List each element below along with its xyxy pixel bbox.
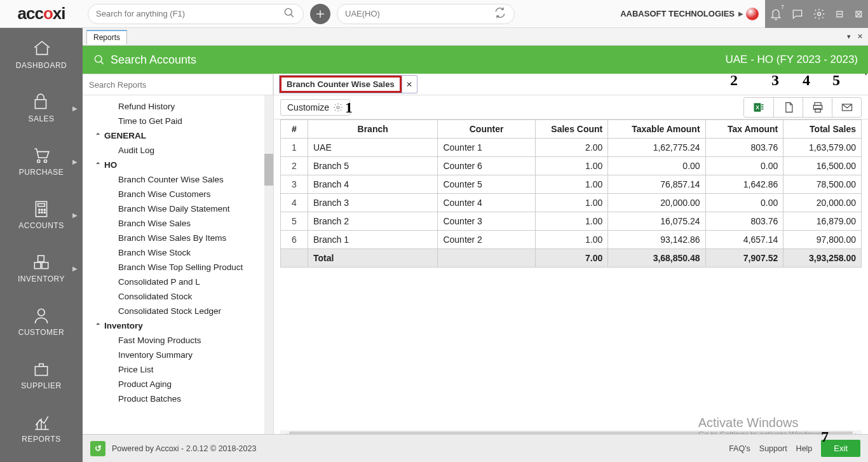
faqs-link[interactable]: FAQ's xyxy=(729,444,750,453)
table-total-row: Total7.003,68,850.487,907.523,93,258.00 xyxy=(281,249,862,268)
tree-item[interactable]: Inventory Summary xyxy=(83,348,273,362)
reports-tree-search[interactable] xyxy=(83,74,273,95)
table-row[interactable]: 3Branch 4Counter 51.0076,857.141,642.867… xyxy=(281,175,862,194)
col-branch[interactable]: Branch xyxy=(308,120,437,139)
tree-scroll-thumb[interactable] xyxy=(264,154,273,186)
tree-item[interactable]: Time to Get Paid xyxy=(83,114,273,128)
help-link[interactable]: Help xyxy=(796,444,813,453)
tree-item[interactable]: Refund History xyxy=(83,99,273,114)
col-counter[interactable]: Counter xyxy=(438,120,535,139)
customize-button[interactable]: Customize xyxy=(280,99,350,116)
more-menu-icon[interactable]: ▾ xyxy=(864,74,868,77)
app-logo: accoxi xyxy=(0,0,83,28)
sidebar-item-inventory[interactable]: INVENTORY▶ xyxy=(0,241,83,295)
annotation-3: 3 xyxy=(771,74,779,89)
table-row[interactable]: 6Branch 1Counter 21.0093,142.864,657.149… xyxy=(281,231,862,249)
sidebar-item-sales[interactable]: SALES▶ xyxy=(0,81,83,135)
sidebar-item-purchase[interactable]: PURCHASE▶ xyxy=(0,135,83,188)
tree-item[interactable]: Audit Log xyxy=(83,143,273,158)
svg-rect-27 xyxy=(761,106,763,107)
col-taxable[interactable]: Taxable Amount xyxy=(608,120,705,139)
tree-item[interactable]: Branch Wise Daily Statement xyxy=(83,201,273,216)
topbar-actions: 7 xyxy=(765,0,830,28)
tree-item[interactable]: Consolidated P and L xyxy=(83,275,273,289)
quick-add-button[interactable] xyxy=(310,4,330,24)
tree-item[interactable]: Branch Wise Stock xyxy=(83,245,273,260)
global-search-input[interactable] xyxy=(96,9,274,18)
annotation-4: 4 xyxy=(803,74,810,89)
export-excel-button[interactable]: X xyxy=(744,98,773,117)
topbar: accoxi UAE(HO) AABASOFT TECHNOLOGIES ▶ 7… xyxy=(0,0,868,28)
tree-item[interactable]: Branch Wise Top Selling Product xyxy=(83,260,273,275)
tab-reports[interactable]: Reports xyxy=(86,30,127,44)
reports-tree-search-input[interactable] xyxy=(83,74,273,95)
notifications-badge: 7 xyxy=(781,4,784,10)
tree-item[interactable]: Branch Wise Sales By Items xyxy=(83,231,273,245)
report-tab-close[interactable]: ✕ xyxy=(402,76,417,93)
minimize-button[interactable]: ⊟ xyxy=(830,0,849,28)
col-index[interactable]: # xyxy=(281,120,308,139)
col-count[interactable]: Sales Count xyxy=(535,120,608,139)
report-tab[interactable]: Branch Counter Wise Sales xyxy=(280,76,402,93)
chevron-up-icon: ⌃ xyxy=(95,161,100,168)
sidebar-item-accounts[interactable]: ACCOUNTS▶ xyxy=(0,188,83,241)
svg-rect-5 xyxy=(35,100,46,109)
table-row[interactable]: 5Branch 2Counter 31.0016,075.24803.7616,… xyxy=(281,212,862,231)
tree-item[interactable]: Branch Wise Sales xyxy=(83,216,273,231)
close-button[interactable]: ⊠ xyxy=(849,0,868,28)
sidebar-item-customer[interactable]: CUSTOMER xyxy=(0,295,83,348)
svg-point-15 xyxy=(44,212,45,213)
tree-group[interactable]: ⌃GENERAL xyxy=(83,128,273,143)
svg-point-0 xyxy=(285,8,292,15)
table-row[interactable]: 2Branch 5Counter 61.000.000.0016,500.00 xyxy=(281,157,862,175)
tree-item[interactable]: Consolidated Stock Ledger xyxy=(83,304,273,318)
svg-point-12 xyxy=(44,209,45,210)
svg-point-4 xyxy=(818,12,821,15)
branch-selector[interactable]: UAE(HO) xyxy=(337,4,515,24)
tab-dropdown-icon[interactable]: ▾ xyxy=(847,32,851,41)
col-total[interactable]: Total Sales xyxy=(783,120,862,139)
tree-group[interactable]: ⌃HO xyxy=(83,158,273,172)
svg-point-14 xyxy=(41,212,43,213)
svg-rect-17 xyxy=(42,262,48,269)
export-pdf-button[interactable] xyxy=(773,98,803,117)
svg-line-22 xyxy=(101,62,104,64)
svg-rect-9 xyxy=(38,203,45,206)
tree-item[interactable]: Consolidated Stock xyxy=(83,289,273,304)
tree-item[interactable]: Product Batches xyxy=(83,391,273,406)
print-button[interactable] xyxy=(803,98,832,117)
svg-text:X: X xyxy=(756,104,759,111)
tree-group[interactable]: ⌃Inventory xyxy=(83,318,273,333)
sidebar-item-dashboard[interactable]: DASHBOARD xyxy=(0,28,83,81)
tab-close-all-icon[interactable]: ✕ xyxy=(857,32,863,41)
support-link[interactable]: Support xyxy=(759,444,787,453)
refresh-icon xyxy=(494,6,506,21)
svg-rect-18 xyxy=(38,255,44,262)
data-table: # Branch Counter Sales Count Taxable Amo… xyxy=(280,119,862,268)
company-name[interactable]: AABASOFT TECHNOLOGIES xyxy=(620,9,735,18)
tree-item[interactable]: Price List xyxy=(83,362,273,377)
tree-scroll-track[interactable] xyxy=(264,95,273,462)
notifications-button[interactable]: 7 xyxy=(765,0,787,28)
col-tax[interactable]: Tax Amount xyxy=(705,120,783,139)
global-search[interactable] xyxy=(88,4,304,24)
email-button[interactable] xyxy=(832,98,861,117)
svg-point-11 xyxy=(41,209,43,210)
report-grid: # Branch Counter Sales Count Taxable Amo… xyxy=(274,119,868,430)
table-row[interactable]: 1UAECounter 12.001,62,775.24803.761,63,5… xyxy=(281,139,862,157)
tree-item[interactable]: Branch Counter Wise Sales xyxy=(83,172,273,187)
sidebar-item-supplier[interactable]: SUPPLIER xyxy=(0,348,83,402)
search-accounts-button[interactable]: Search Accounts xyxy=(93,53,196,67)
tree-item[interactable]: Fast Moving Products xyxy=(83,333,273,348)
sidebar-item-reports[interactable]: REPORTS xyxy=(0,402,83,455)
tree-item[interactable]: Product Aging xyxy=(83,377,273,391)
table-row[interactable]: 4Branch 3Counter 41.0020,000.000.0020,00… xyxy=(281,194,862,212)
exit-button[interactable]: Exit xyxy=(821,440,860,457)
chevron-right-icon: ▶ xyxy=(738,10,743,17)
chat-button[interactable] xyxy=(787,0,808,28)
svg-point-7 xyxy=(44,160,46,162)
tree-item[interactable]: Branch Wise Customers xyxy=(83,187,273,201)
settings-button[interactable] xyxy=(808,0,830,28)
svg-point-6 xyxy=(37,160,40,162)
chevron-right-icon: ▶ xyxy=(72,158,78,165)
